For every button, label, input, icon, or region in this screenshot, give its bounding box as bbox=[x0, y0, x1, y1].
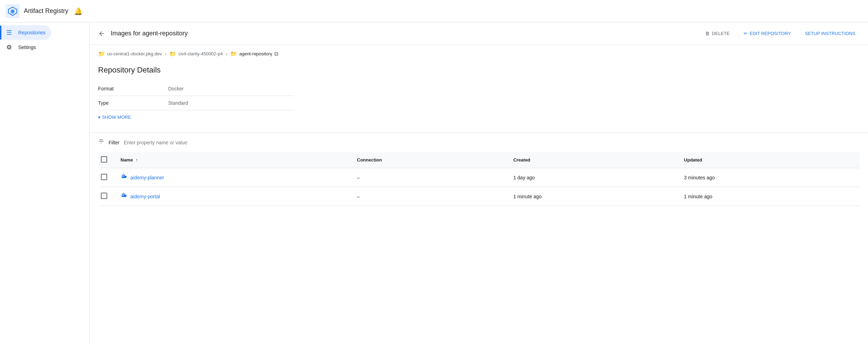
table-row: aidemy-portal – 1 minute ago 1 minute ag… bbox=[98, 187, 860, 206]
logo-icon bbox=[6, 4, 20, 18]
show-more-button[interactable]: ▾ SHOW MORE bbox=[98, 110, 131, 124]
sidebar-item-settings[interactable]: ⚙ Settings bbox=[0, 40, 42, 55]
breadcrumb-sep-1: › bbox=[165, 51, 166, 57]
folder-icon-repo: 📁 bbox=[230, 50, 237, 57]
format-value: Docker bbox=[168, 82, 294, 96]
docker-icon bbox=[120, 192, 128, 201]
chevron-down-icon: ▾ bbox=[98, 115, 101, 120]
content-area: Images for agent-repository 🗑 DELETE ✏ E… bbox=[90, 22, 868, 344]
type-label: Type bbox=[98, 96, 168, 110]
content-header: Images for agent-repository 🗑 DELETE ✏ E… bbox=[90, 22, 868, 45]
delete-label: DELETE bbox=[712, 31, 730, 36]
row-connection-cell: – bbox=[351, 187, 508, 206]
breadcrumb-sep-2: › bbox=[226, 51, 227, 57]
image-link[interactable]: aidemy-planner bbox=[120, 173, 346, 182]
image-name: aidemy-planner bbox=[130, 175, 164, 180]
gear-icon: ⚙ bbox=[6, 43, 13, 51]
select-all-checkbox[interactable] bbox=[101, 156, 107, 163]
sidebar-label-settings: Settings bbox=[18, 44, 36, 50]
col-updated-label: Updated bbox=[684, 157, 702, 163]
image-name: aidemy-portal bbox=[130, 194, 160, 199]
sidebar-item-wrapper-repositories: ☰ Repositories bbox=[0, 25, 89, 40]
row-checkbox-cell bbox=[98, 187, 115, 206]
format-label: Format bbox=[98, 82, 168, 96]
table-section: Filter Name ↑ Connection bbox=[90, 132, 868, 206]
sidebar-item-repositories[interactable]: ☰ Repositories bbox=[0, 25, 51, 40]
main-layout: ☰ Repositories ⚙ Settings Images for age… bbox=[0, 22, 868, 344]
list-icon: ☰ bbox=[6, 29, 13, 36]
breadcrumb-current: 📁 agent-repository ⧉ bbox=[230, 50, 278, 57]
table-header-row: Name ↑ Connection Created Updated bbox=[98, 152, 860, 168]
docker-icon bbox=[120, 173, 128, 182]
breadcrumb-current-label: agent-repository bbox=[239, 51, 272, 56]
back-button[interactable] bbox=[98, 30, 105, 37]
row-created-cell: 1 day ago bbox=[508, 168, 678, 187]
row-created-cell: 1 minute ago bbox=[508, 187, 678, 206]
breadcrumb-project-label: civil-clarity-450002-p4 bbox=[178, 51, 222, 56]
row-connection-cell: – bbox=[351, 168, 508, 187]
col-connection: Connection bbox=[351, 152, 508, 168]
col-connection-label: Connection bbox=[357, 157, 382, 163]
edit-icon: ✏ bbox=[744, 31, 748, 36]
images-table: Name ↑ Connection Created Updated bbox=[98, 152, 860, 206]
sort-asc-icon: ↑ bbox=[136, 158, 138, 163]
row-updated-cell: 3 minutes ago bbox=[678, 168, 860, 187]
repository-details: Repository Details Format Docker Type St… bbox=[90, 60, 868, 132]
col-created: Created bbox=[508, 152, 678, 168]
table-row: aidemy-planner – 1 day ago 3 minutes ago bbox=[98, 168, 860, 187]
type-value: Standard bbox=[168, 96, 294, 110]
show-more-label: SHOW MORE bbox=[102, 115, 131, 120]
filter-label: Filter bbox=[109, 140, 119, 145]
breadcrumb-registry-label: us-central1-docker.pkg.dev bbox=[107, 51, 162, 56]
notifications-icon[interactable]: 🔔 bbox=[74, 7, 83, 15]
col-name[interactable]: Name ↑ bbox=[115, 152, 351, 168]
details-table: Format Docker Type Standard bbox=[98, 82, 294, 110]
folder-icon-project: 📁 bbox=[169, 50, 176, 57]
repo-details-title: Repository Details bbox=[98, 66, 860, 75]
app-logo: Artifact Registry bbox=[6, 4, 68, 18]
edit-label: EDIT REPOSITORY bbox=[750, 31, 791, 36]
sidebar-item-wrapper-settings: ⚙ Settings bbox=[0, 40, 89, 55]
active-indicator bbox=[0, 26, 1, 40]
topbar: Artifact Registry 🔔 bbox=[0, 0, 868, 22]
row-updated-cell: 1 minute ago bbox=[678, 187, 860, 206]
edit-repository-button[interactable]: ✏ EDIT REPOSITORY bbox=[739, 28, 795, 39]
page-title: Images for agent-repository bbox=[111, 30, 695, 37]
delete-button[interactable]: 🗑 DELETE bbox=[701, 28, 734, 39]
filter-input[interactable] bbox=[124, 140, 860, 145]
sidebar: ☰ Repositories ⚙ Settings bbox=[0, 22, 90, 344]
setup-label: SETUP INSTRUCTIONS bbox=[805, 31, 855, 36]
col-updated: Updated bbox=[678, 152, 860, 168]
col-checkbox bbox=[98, 152, 115, 168]
details-row-format: Format Docker bbox=[98, 82, 294, 96]
row-checkbox[interactable] bbox=[101, 174, 107, 180]
row-checkbox-cell bbox=[98, 168, 115, 187]
folder-icon-registry: 📁 bbox=[98, 50, 105, 57]
row-checkbox[interactable] bbox=[101, 193, 107, 199]
breadcrumb-project[interactable]: 📁 civil-clarity-450002-p4 bbox=[169, 50, 222, 57]
col-created-label: Created bbox=[513, 157, 530, 163]
filter-row: Filter bbox=[98, 133, 860, 152]
breadcrumb: 📁 us-central1-docker.pkg.dev › 📁 civil-c… bbox=[90, 45, 868, 60]
svg-point-1 bbox=[12, 10, 14, 12]
filter-icon bbox=[98, 138, 104, 146]
delete-icon: 🗑 bbox=[705, 31, 710, 36]
app-title: Artifact Registry bbox=[24, 7, 68, 15]
row-name-cell: aidemy-portal bbox=[115, 187, 351, 206]
col-name-label: Name bbox=[120, 157, 133, 163]
row-name-cell: aidemy-planner bbox=[115, 168, 351, 187]
details-row-type: Type Standard bbox=[98, 96, 294, 110]
image-link[interactable]: aidemy-portal bbox=[120, 192, 346, 201]
sidebar-label-repositories: Repositories bbox=[18, 30, 46, 35]
setup-instructions-button[interactable]: SETUP INSTRUCTIONS bbox=[801, 28, 860, 39]
copy-icon[interactable]: ⧉ bbox=[274, 51, 278, 57]
breadcrumb-registry[interactable]: 📁 us-central1-docker.pkg.dev bbox=[98, 50, 162, 57]
